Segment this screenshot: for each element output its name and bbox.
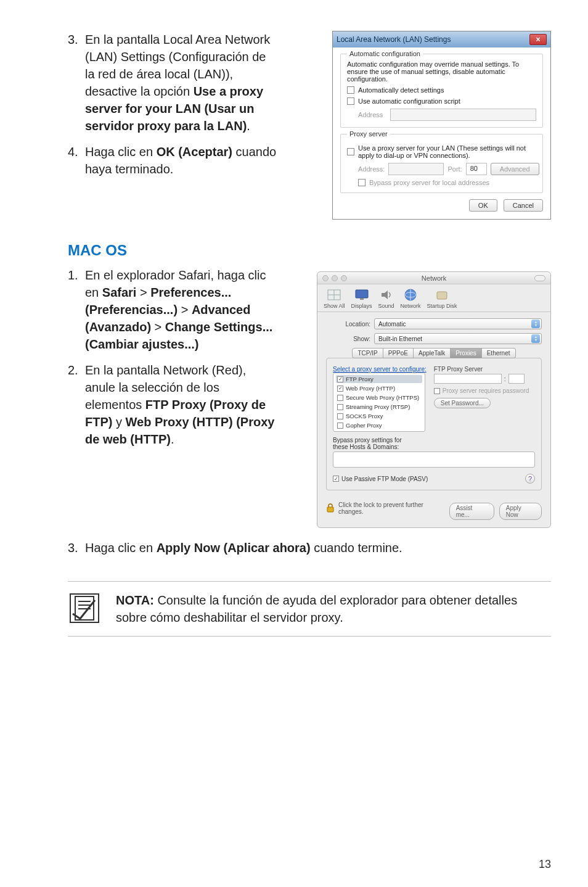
socks-proxy-label: SOCKS Proxy [346, 413, 383, 419]
min-light-icon[interactable] [332, 275, 338, 281]
help-icon[interactable]: ? [525, 474, 535, 484]
dialog-titlebar[interactable]: Local Area Network (LAN) Settings × [333, 31, 550, 47]
apply-now-button[interactable]: Apply Now [499, 503, 542, 520]
mac-titlebar[interactable]: Network [317, 272, 550, 284]
script-address-label: Address [358, 111, 386, 118]
tab-pppoe[interactable]: PPPoE [383, 348, 414, 358]
mac-step1-body: En el explorador Safari, haga clic en Sa… [85, 266, 277, 353]
tab-ethernet[interactable]: Ethernet [482, 348, 516, 358]
tab-content: Select a proxy server to configure: ✓ FT… [326, 358, 542, 490]
advanced-button[interactable]: Advanced [491, 163, 539, 175]
bypass-settings-label: Bypass proxy settings for these Hosts & … [333, 437, 535, 450]
proxy-port-input[interactable]: 80 [466, 163, 487, 175]
toolbar-sound[interactable]: Sound [378, 288, 394, 309]
dialog-title: Local Area Network (LAN) Settings [337, 35, 451, 44]
toolbar-startup[interactable]: Startup Disk [427, 288, 457, 309]
list-item-stream[interactable]: Streaming Proxy (RTSP) [336, 403, 422, 411]
lock-text: Click the lock to prevent further change… [338, 501, 449, 515]
ok-button[interactable]: OK [469, 199, 497, 212]
mac3-text-b: cuando termine. [311, 541, 402, 555]
lan-settings-dialog: Local Area Network (LAN) Settings × Auto… [332, 31, 551, 220]
list-item-secure[interactable]: Secure Web Proxy (HTTPS) [336, 394, 422, 402]
toolbar-sound-label: Sound [378, 303, 394, 309]
mac-step3-number: 3. [68, 539, 85, 556]
display-icon [354, 288, 370, 302]
requires-password-checkbox[interactable] [434, 388, 440, 394]
show-value: Built-in Ethernet [378, 336, 422, 342]
toolbar-displays[interactable]: Displays [351, 288, 372, 309]
zoom-light-icon[interactable] [341, 275, 347, 281]
assist-me-button[interactable]: Assist me... [449, 503, 494, 520]
toolbar-showall[interactable]: Show All [324, 288, 345, 309]
gopher-proxy-label: Gopher Proxy [346, 422, 382, 429]
grid-icon [326, 288, 342, 302]
pasv-label: Use Passive FTP Mode (PASV) [341, 476, 428, 482]
tab-tcpip[interactable]: TCP/IP [352, 348, 383, 358]
auto-config-legend: Automatic configuration [347, 50, 423, 57]
step4-number: 4. [68, 143, 85, 178]
auto-config-group: Automatic configuration Automatic config… [340, 54, 543, 128]
sound-icon [378, 288, 394, 302]
show-select[interactable]: Built-in Ethernet ▴▾ [374, 333, 542, 344]
proxy-port-input[interactable] [508, 374, 525, 384]
bypass-local-label: Bypass proxy server for local addresses [369, 179, 489, 186]
tab-appletalk[interactable]: AppleTalk [414, 348, 451, 358]
ftp-proxy-label: FTP Proxy [346, 376, 374, 382]
mac3-text-a: Haga clic en [85, 541, 157, 555]
pasv-checkbox[interactable]: ✓ [333, 476, 339, 482]
auto-detect-label: Automatically detect settings [358, 86, 444, 94]
set-password-button[interactable]: Set Password... [434, 398, 491, 408]
stream-proxy-checkbox[interactable] [337, 404, 343, 410]
show-label: Show: [326, 336, 370, 342]
note-body: Consulte la función de ayuda del explora… [116, 593, 517, 624]
tab-proxies[interactable]: Proxies [451, 348, 481, 358]
list-item-gopher[interactable]: Gopher Proxy [336, 421, 422, 429]
proxy-address-input[interactable] [388, 163, 444, 175]
use-proxy-checkbox[interactable] [347, 148, 354, 155]
list-item-web[interactable]: ✓ Web Proxy (HTTP) [336, 384, 422, 392]
mac1-bold-a: Safari [102, 286, 137, 299]
toolbar-toggle-icon[interactable] [534, 275, 545, 281]
mac-window-title: Network [422, 274, 446, 282]
mac-toolbar: Show All Displays Sound [317, 284, 550, 312]
auto-script-checkbox[interactable] [347, 97, 354, 105]
bypass-local-checkbox[interactable] [358, 179, 365, 186]
proxy-address-label: Address: [358, 165, 385, 173]
step4-bold-a: OK (Aceptar) [157, 145, 232, 159]
toolbar-displays-label: Displays [351, 303, 372, 309]
svg-rect-3 [356, 290, 368, 298]
mac2-dot: . [171, 432, 174, 446]
note-label: NOTA: [116, 593, 154, 607]
mac-step2-body: En la pantalla Network (Red), anule la s… [85, 361, 277, 448]
location-select[interactable]: Automatic ▴▾ [374, 318, 542, 329]
proxy-colon: : [504, 376, 506, 382]
select-proxy-link[interactable]: Select a proxy server to configure: [333, 366, 427, 373]
lock-icon[interactable] [326, 503, 335, 514]
secure-proxy-checkbox[interactable] [337, 395, 343, 401]
proxy-host-input[interactable] [434, 374, 502, 384]
script-address-input[interactable] [390, 109, 536, 121]
location-label: Location: [326, 321, 370, 328]
auto-config-desc: Automatic configuration may override man… [347, 60, 536, 83]
list-item-ftp[interactable]: ✓ FTP Proxy [336, 375, 422, 383]
socks-proxy-checkbox[interactable] [337, 413, 343, 419]
proxy-port-label: Port: [447, 165, 462, 173]
list-item-socks[interactable]: SOCKS Proxy [336, 412, 422, 420]
cancel-button[interactable]: Cancel [504, 199, 543, 212]
page-number: 13 [539, 858, 551, 871]
proxy-list[interactable]: ✓ FTP Proxy ✓ Web Proxy (HTTP) [333, 373, 425, 432]
gopher-proxy-checkbox[interactable] [337, 423, 343, 429]
close-icon[interactable]: × [529, 34, 547, 45]
web-proxy-checkbox[interactable]: ✓ [337, 386, 343, 392]
close-light-icon[interactable] [322, 275, 329, 281]
step3-dot: . [247, 119, 250, 133]
toolbar-network[interactable]: Network [401, 288, 421, 309]
auto-detect-checkbox[interactable] [347, 86, 354, 94]
ftp-proxy-checkbox[interactable]: ✓ [337, 376, 343, 382]
traffic-lights[interactable] [322, 275, 347, 281]
bypass-hosts-input[interactable] [333, 452, 535, 468]
mac1-gt1: > [136, 286, 150, 299]
mac-step1-number: 1. [68, 266, 85, 353]
select-arrows-icon: ▴▾ [531, 334, 540, 343]
toolbar-startup-label: Startup Disk [427, 303, 457, 309]
